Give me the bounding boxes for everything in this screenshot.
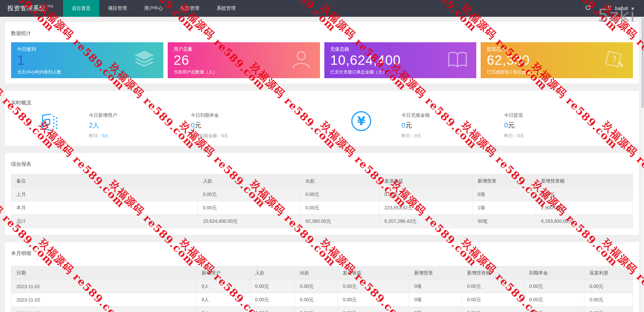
table-cell: 2,900.00元 (536, 201, 633, 215)
table-cell: 0.00元 (584, 307, 633, 312)
column-header: 新增投资 (409, 266, 462, 280)
table-cell: 0.00元 (198, 201, 300, 215)
table-cell: 总计 (11, 215, 198, 228)
main-nav: 后台首页 项目管理 用户中心 信息管理 系统管理 (63, 0, 244, 17)
app-title: 投资管理系统 TP6 (0, 0, 63, 17)
table-cell: 6,207,286.43元 (379, 215, 472, 228)
table-cell: 1项 (472, 201, 536, 215)
column-header: 备注 (11, 174, 198, 188)
column-header: 新增用户 (197, 266, 250, 280)
stats-panel: 数据统计 今日签到 1 当天24小时内签到人数 用户总量 (5, 22, 639, 84)
svg-text:¥: ¥ (357, 114, 365, 128)
stat-card-caption: 当天24小时内签到人数 (17, 69, 61, 75)
realtime-stat-recharge-today: 今日充值金额 0元 昨日：0元 (401, 112, 430, 139)
stat-label: 今日到期本金 (191, 112, 228, 118)
table-cell: 0.00元 (524, 293, 584, 307)
monthly-detail-panel: 本月明细 日期 新增用户 入款 出款 发送收益 新增投资 新增投资额 到期本金 … (5, 242, 639, 312)
table-cell: 0项 (409, 280, 462, 293)
realtime-panel-title: 实时概况 (11, 100, 31, 106)
table-cell: 0.00元 (462, 307, 524, 312)
table-cell: 2023-11-01 (11, 280, 197, 293)
table-cell: 50笔 (472, 215, 536, 228)
table-cell: 0项 (472, 188, 536, 201)
nav-item-projects[interactable]: 项目管理 (99, 0, 136, 17)
stat-label: 今日充值金额 (401, 112, 430, 118)
stat-card-withdraw[interactable]: 提现总额 62,380 已完成提现订单总金额（元） ? (481, 42, 633, 78)
stat-value: 0元 (504, 121, 524, 130)
table-cell: 0.00元 (584, 280, 633, 293)
realtime-stat-due-principal: 今日到期本金 0元 今日到期金额：0元 (191, 112, 228, 139)
table-cell: 0.00元 (198, 188, 300, 201)
user-menu[interactable]: baifu8 (597, 0, 644, 17)
stats-panel-title: 数据统计 (11, 30, 633, 37)
stat-value: 0元 (191, 121, 228, 130)
scrollbar-track[interactable] (641, 17, 644, 312)
column-header: 入款 (250, 266, 294, 280)
column-header: 出款 (300, 174, 379, 188)
table-cell: 0.00元 (462, 280, 524, 293)
table-cell: 223,853.82元 (379, 201, 472, 215)
table-row: 总计 10,624,400.00元 62,380.00元 6,207,286.4… (11, 215, 633, 228)
top-navbar: 投资管理系统 TP6 后台首页 项目管理 用户中心 信息管理 系统管理 (0, 0, 644, 17)
table-row: 2023-11-01 0人 0.00元 0.00元 0.00元 0项 0.00元… (11, 280, 633, 293)
column-header: 入款 (198, 174, 300, 188)
nav-item-users[interactable]: 用户中心 (136, 0, 172, 17)
table-cell: 0.00元 (294, 293, 337, 307)
user-icon (606, 5, 612, 12)
column-header: 出款 (294, 266, 337, 280)
nav-item-system[interactable]: 系统管理 (208, 0, 244, 17)
user-silhouette-icon (290, 49, 312, 72)
table-row: 2023-11-03 0人 0.00元 0.00元 0.00元 0项 0.00元… (11, 307, 633, 312)
report-panel: 综合报表 备注 入款 出款 发送收益 新增投资 新增投资额 上月 (5, 153, 639, 235)
nav-item-info[interactable]: 信息管理 (172, 0, 208, 17)
stat-cards-row: 今日签到 1 当天24小时内签到人数 用户总量 26 当前用户总数量 (11, 42, 633, 78)
table-cell: 0.00元 (462, 293, 524, 307)
table-row: 上月 0.00元 0.00元 0.00元 0项 0.00元 (11, 188, 633, 201)
main-content: 数据统计 今日签到 1 当天24小时内签到人数 用户总量 (0, 17, 644, 312)
yen-circle-icon: ¥ (351, 110, 372, 133)
report-table-header-row: 备注 入款 出款 发送收益 新增投资 新增投资额 (11, 174, 633, 188)
column-header: 新增投资额 (536, 174, 633, 188)
stat-card-caption: 当前用户总数量（人） (174, 69, 217, 75)
table-cell: 0.00元 (337, 280, 409, 293)
table-cell: 0.00元 (337, 293, 409, 307)
column-header: 新增投资 (472, 174, 536, 188)
table-cell: 0.00元 (294, 307, 337, 312)
stat-label: 今日新增用户 (89, 112, 117, 118)
refresh-button[interactable] (579, 0, 597, 17)
stat-card-users[interactable]: 用户总量 26 当前用户总数量（人） (168, 42, 320, 78)
detail-table-header-row: 日期 新增用户 入款 出款 发送收益 新增投资 新增投资额 到期本金 应发利息 (11, 266, 633, 280)
table-cell: 0.00元 (294, 280, 337, 293)
table-cell: 0.00元 (337, 307, 409, 312)
scrollbar-thumb[interactable] (642, 17, 644, 108)
nav-item-dashboard[interactable]: 后台首页 (63, 0, 99, 17)
column-header: 到期本金 (524, 266, 584, 280)
chevron-down-icon (631, 8, 635, 9)
bank-data-icon (39, 111, 61, 135)
stat-card-signin[interactable]: 今日签到 1 当天24小时内签到人数 (11, 42, 163, 78)
table-cell: 上月 (11, 188, 198, 201)
table-cell: 0人 (197, 293, 250, 307)
table-cell: 本月 (11, 201, 198, 215)
column-header: 发送收益 (379, 174, 472, 188)
stat-value: 0元 (401, 121, 430, 130)
report-panel-title: 综合报表 (11, 161, 633, 167)
realtime-stat-new-users: 今日新增用户 2人 昨日：0人 (89, 112, 117, 139)
table-cell: 0.00元 (584, 293, 633, 307)
table-cell: 0.00元 (250, 307, 294, 312)
column-header: 发送收益 (337, 266, 409, 280)
nav-right: baifu8 (579, 0, 644, 17)
table-row: 本月 0.00元 0.00元 223,853.82元 1项 2,900.00元 (11, 201, 633, 215)
stat-card-recharge[interactable]: 充值总额 10,624,400 已支付充值订单总金额（元） (324, 42, 477, 78)
table-cell: 10,624,400.00元 (198, 215, 300, 228)
stat-label: 今日提现 (504, 112, 524, 118)
layers-icon (133, 49, 155, 71)
stat-sub: 昨日：0元 (401, 133, 430, 139)
table-cell: 2023-11-03 (11, 307, 197, 312)
table-cell: 0.00元 (250, 293, 294, 307)
question-badge-icon: ? (603, 49, 625, 71)
report-table: 备注 入款 出款 发送收益 新增投资 新增投资额 上月 0.00元 0.00元 … (11, 174, 633, 228)
user-name: baifu8 (615, 6, 628, 11)
table-cell: 0.00元 (300, 201, 379, 215)
stat-sub: 昨日：0人 (89, 133, 117, 139)
